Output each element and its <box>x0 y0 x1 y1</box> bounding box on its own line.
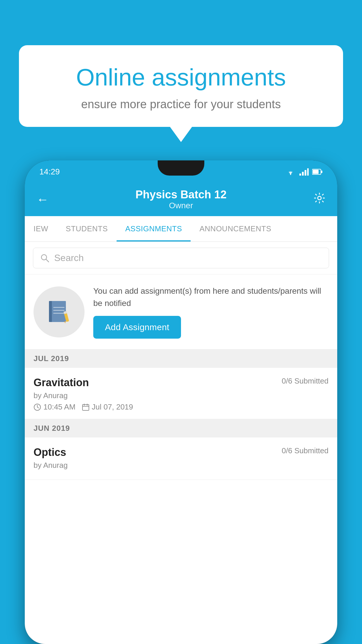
assignment-time-gravitation: 10:45 AM <box>43 402 75 412</box>
status-bar: 14:29 <box>25 160 337 183</box>
tab-iew[interactable]: IEW <box>25 216 57 242</box>
svg-rect-6 <box>313 170 319 174</box>
clock-icon <box>34 403 41 411</box>
assignment-by-gravitation: by Anurag <box>34 391 328 400</box>
status-time: 14:29 <box>39 167 60 176</box>
svg-rect-23 <box>82 405 89 410</box>
tab-students[interactable]: STUDENTS <box>57 216 117 242</box>
promo-right: You can add assignment(s) from here and … <box>93 285 328 339</box>
assignment-gravitation[interactable]: Gravitation 0/6 Submitted by Anurag 10:4… <box>25 368 337 419</box>
svg-rect-1 <box>299 174 301 176</box>
header-subtitle: Owner <box>136 201 227 210</box>
assignment-name-gravitation: Gravitation <box>34 377 89 389</box>
assignment-optics-top-row: Optics 0/6 Submitted <box>34 446 328 459</box>
assignment-submitted-optics: 0/6 Submitted <box>282 446 328 455</box>
svg-rect-7 <box>321 171 322 173</box>
svg-point-0 <box>290 174 291 175</box>
search-input-wrap[interactable]: Search <box>33 248 329 268</box>
assignment-meta-gravitation: 10:45 AM Jul 07, 2019 <box>34 402 328 412</box>
assignment-by-optics: by Anurag <box>34 461 328 470</box>
svg-line-10 <box>46 259 49 262</box>
assignment-date-gravitation: Jul 07, 2019 <box>92 402 133 412</box>
notebook-icon <box>46 299 72 325</box>
speech-bubble-title: Online assignments <box>39 64 323 90</box>
tab-bar: IEW STUDENTS ASSIGNMENTS ANNOUNCEMENTS <box>25 216 337 242</box>
svg-rect-3 <box>305 170 306 176</box>
battery-icon <box>312 169 323 175</box>
calendar-icon <box>82 403 89 411</box>
section-jul-label: JUL 2019 <box>34 354 69 363</box>
header-center: Physics Batch 12 Owner <box>136 188 227 210</box>
back-button[interactable]: ← <box>36 192 49 206</box>
tab-assignments[interactable]: ASSIGNMENTS <box>117 216 191 242</box>
promo-text: You can add assignment(s) from here and … <box>93 285 328 309</box>
signal-icon <box>299 168 309 176</box>
phone-bottom-space <box>25 480 337 491</box>
gear-icon <box>313 192 326 204</box>
app-header: ← Physics Batch 12 Owner <box>25 183 337 216</box>
add-assignment-promo: You can add assignment(s) from here and … <box>25 274 337 349</box>
speech-bubble: Online assignments ensure more practice … <box>19 45 343 127</box>
assignment-top-row: Gravitation 0/6 Submitted <box>34 377 328 389</box>
meta-time: 10:45 AM <box>34 402 75 412</box>
svg-rect-12 <box>49 301 52 322</box>
search-icon <box>40 253 50 263</box>
phone-content: Search Yo <box>25 242 337 644</box>
tab-announcements[interactable]: ANNOUNCEMENTS <box>191 216 280 242</box>
wifi-icon <box>285 168 296 176</box>
settings-button[interactable] <box>313 192 326 207</box>
svg-rect-13 <box>52 301 66 322</box>
svg-rect-4 <box>307 168 309 176</box>
add-assignment-button[interactable]: Add Assignment <box>93 316 181 339</box>
svg-line-22 <box>37 407 39 408</box>
section-jul-2019: JUL 2019 <box>25 349 337 368</box>
assignment-optics[interactable]: Optics 0/6 Submitted by Anurag <box>25 438 337 480</box>
header-title: Physics Batch 12 <box>136 188 227 201</box>
svg-rect-2 <box>302 172 304 176</box>
meta-date: Jul 07, 2019 <box>82 402 133 412</box>
speech-bubble-container: Online assignments ensure more practice … <box>19 45 343 127</box>
search-placeholder: Search <box>54 253 84 263</box>
svg-point-8 <box>318 196 321 200</box>
speech-bubble-subtitle: ensure more practice for your students <box>39 98 323 111</box>
section-jun-2019: JUN 2019 <box>25 419 337 438</box>
assignment-submitted-gravitation: 0/6 Submitted <box>282 377 328 386</box>
search-bar: Search <box>25 242 337 274</box>
status-icons <box>285 168 323 176</box>
phone-frame: 14:29 ← <box>25 160 337 644</box>
promo-icon-circle <box>34 286 85 337</box>
phone-notch <box>158 160 204 176</box>
section-jun-label: JUN 2019 <box>34 424 70 433</box>
assignment-name-optics: Optics <box>34 446 66 459</box>
